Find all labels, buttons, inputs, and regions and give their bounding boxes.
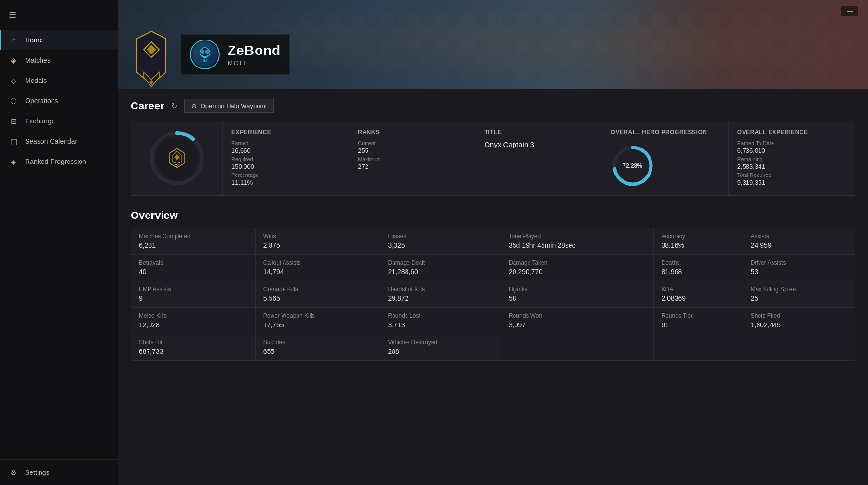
avatar-inner <box>193 42 217 67</box>
stat-label-4-2: Vehicles Destroyed <box>388 339 492 346</box>
stat-label-3-0: Melee Kills <box>139 312 247 319</box>
svg-rect-8 <box>202 59 203 62</box>
exp-required-label: Required <box>231 156 340 162</box>
sidebar-item-home[interactable]: ⌂ Home <box>0 30 118 50</box>
overview-cell-2-1: Grenade Kills 5,565 <box>255 281 380 308</box>
sidebar-item-medals[interactable]: ◇ Medals <box>0 70 118 91</box>
avatar <box>190 40 220 69</box>
refresh-icon[interactable]: ↻ <box>171 101 177 110</box>
sidebar-item-matches[interactable]: ◈ Matches <box>0 50 118 70</box>
overall-earned-label: Earned To Date <box>737 140 846 146</box>
stat-value-2-2: 29,872 <box>388 295 492 302</box>
stat-value-0-4: 38.16% <box>662 242 735 249</box>
sidebar-item-season-calendar[interactable]: ◫ Season Calendar <box>0 131 118 151</box>
overview-cell-4-0: Shots Hit 687,733 <box>131 334 256 361</box>
title-cell: Title Onyx Captain 3 <box>475 121 602 195</box>
stat-label-0-3: Time Played <box>509 233 646 240</box>
stat-value-1-0: 40 <box>139 268 247 276</box>
stat-value-3-3: 3,097 <box>509 321 646 329</box>
overview-cell-0-1: Wins 2,875 <box>255 228 380 255</box>
overview-cell-1-0: Betrayals 40 <box>131 255 256 281</box>
title-header: Title <box>484 129 593 135</box>
hero-prog-ring: 72.28% <box>611 144 654 188</box>
stat-label-3-4: Rounds Tied <box>662 312 735 319</box>
hero-banner: ZeBond MOLE — <box>118 0 868 89</box>
stat-label-2-5: Max Killing Spree <box>751 286 847 293</box>
overview-cell-4-2: Vehicles Destroyed 288 <box>380 334 501 361</box>
waypoint-button[interactable]: ⊕ Open on Halo Waypoint <box>184 99 274 113</box>
overall-remaining-value: 2,583,341 <box>737 163 846 170</box>
overview-cell-1-1: Callout Assists 14,794 <box>255 255 380 281</box>
stat-label-0-0: Matches Completed <box>139 233 247 240</box>
stat-label-2-2: Headshot Kills <box>388 286 492 293</box>
stat-label-1-5: Driver Assists <box>751 259 847 266</box>
ranks-cell: Ranks Current 255 Maximum 272 <box>349 121 475 195</box>
stat-label-0-1: Wins <box>263 233 372 240</box>
stat-value-2-5: 25 <box>751 295 847 302</box>
overview-title: Overview <box>131 209 855 222</box>
career-header: Career ↻ ⊕ Open on Halo Waypoint <box>131 99 855 113</box>
exp-earned-label: Earned <box>231 140 340 146</box>
overview-cell-1-3: Damage Taken 20,290,770 <box>501 255 653 281</box>
hamburger-menu[interactable]: ☰ <box>0 4 118 26</box>
operations-icon: ⬡ <box>9 96 18 106</box>
stat-value-1-1: 14,794 <box>263 268 372 276</box>
overall-exp-header: Overall Experience <box>737 129 846 135</box>
hero-progression-cell: Overall Hero Progression 72.28% <box>602 121 729 195</box>
sidebar: ☰ ⌂ Home ◈ Matches ◇ Medals ⬡ Operations… <box>0 0 118 485</box>
waypoint-icon: ⊕ <box>191 102 197 109</box>
stat-value-0-5: 24,959 <box>751 242 847 249</box>
career-title: Career <box>131 100 164 112</box>
sidebar-item-operations[interactable]: ⬡ Operations <box>0 91 118 111</box>
hero-prog-header: Overall Hero Progression <box>611 129 707 135</box>
overview-cell-3-3: Rounds Won 3,097 <box>501 308 653 334</box>
sidebar-label-exchange: Exchange <box>25 117 55 125</box>
stat-label-3-3: Rounds Won <box>509 312 646 319</box>
stat-value-3-0: 12,028 <box>139 321 247 329</box>
stat-value-2-4: 2.08369 <box>662 295 735 302</box>
stat-label-0-2: Losses <box>388 233 492 240</box>
stat-value-3-5: 1,802,445 <box>751 321 847 329</box>
overview-cell-0-2: Losses 3,325 <box>380 228 501 255</box>
overview-cell-4-5 <box>743 334 855 361</box>
rank-ring-container <box>148 129 206 187</box>
stat-label-2-3: Hijacks <box>509 286 646 293</box>
exp-earned-value: 16,660 <box>231 147 340 154</box>
hero-profile-text: ZeBond MOLE <box>228 43 281 67</box>
sidebar-item-ranked-progression[interactable]: ◈ Ranked Progression <box>0 151 118 172</box>
overview-table: Matches Completed 6,281 Wins 2,875 Losse… <box>131 228 855 361</box>
stat-value-2-3: 58 <box>509 295 646 302</box>
overview-cell-0-3: Time Played 35d 19hr 45min 28sec <box>501 228 653 255</box>
overview-row-3: Melee Kills 12,028 Power Weapon Kills 17… <box>131 308 855 334</box>
sidebar-label-medals: Medals <box>25 77 47 84</box>
stat-value-0-0: 6,281 <box>139 242 247 249</box>
ranked-progression-icon: ◈ <box>9 157 18 166</box>
stat-label-3-2: Rounds Lost <box>388 312 492 319</box>
stat-value-4-2: 288 <box>388 348 492 355</box>
player-name: ZeBond <box>228 43 281 58</box>
overview-cell-3-2: Rounds Lost 3,713 <box>380 308 501 334</box>
svg-point-7 <box>205 50 209 54</box>
hero-badge <box>132 36 171 84</box>
sidebar-item-exchange[interactable]: ⊞ Exchange <box>0 111 118 131</box>
overview-cell-4-1: Suicides 655 <box>255 334 380 361</box>
stat-label-2-4: KDA <box>662 286 735 293</box>
sidebar-nav: ⌂ Home ◈ Matches ◇ Medals ⬡ Operations ⊞… <box>0 30 118 459</box>
settings-icon: ⚙ <box>9 468 18 477</box>
settings-nav-item[interactable]: ⚙ Settings <box>0 459 118 485</box>
hero-profile-card: ZeBond MOLE <box>181 34 290 75</box>
stat-value-2-1: 5,565 <box>263 295 372 302</box>
experience-header: Experience <box>231 129 340 135</box>
stat-label-1-0: Betrayals <box>139 259 247 266</box>
minimize-button[interactable]: — <box>841 6 858 16</box>
season-calendar-icon: ◫ <box>9 136 18 146</box>
stat-label-4-1: Suicides <box>263 339 372 346</box>
sidebar-label-matches: Matches <box>25 56 51 64</box>
overview-cell-0-0: Matches Completed 6,281 <box>131 228 256 255</box>
rank-badge-small <box>166 148 188 169</box>
exp-required-value: 150,000 <box>231 163 340 170</box>
player-subtitle: MOLE <box>228 59 281 67</box>
overview-cell-1-4: Deaths 81,968 <box>653 255 743 281</box>
overview-cell-0-5: Assists 24,959 <box>743 228 855 255</box>
stat-label-0-5: Assists <box>751 233 847 240</box>
